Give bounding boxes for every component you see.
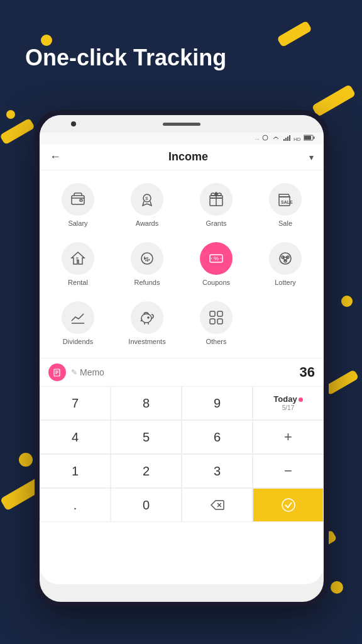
category-icon-sale: SALE [269, 183, 302, 216]
category-icon-awards: $ [131, 183, 163, 216]
today-date: 5/17 [282, 404, 294, 412]
category-icon-investments [131, 301, 163, 334]
category-label-salary: Salary [68, 219, 87, 227]
calc-button-3[interactable]: 3 [182, 454, 253, 488]
category-item-salary[interactable]: Salary [45, 177, 111, 233]
svg-rect-3 [287, 136, 288, 141]
phone-frame: ··· HD [35, 110, 329, 607]
svg-text:$: $ [145, 196, 148, 201]
svg-text:$: $ [146, 256, 149, 262]
calc-button--[interactable]: + [253, 420, 324, 454]
category-label-refunds: Refunds [134, 279, 160, 286]
svg-point-43 [282, 499, 295, 511]
category-icon-coupons: % [200, 242, 233, 275]
svg-rect-36 [217, 319, 222, 324]
phone-screen: ··· HD [40, 115, 324, 602]
app-header: ← Income ▾ [40, 144, 324, 170]
memo-input[interactable] [80, 367, 300, 377]
decoration-stripe-3 [0, 118, 35, 145]
svg-rect-4 [289, 135, 290, 141]
calc-button--[interactable]: − [253, 454, 324, 488]
calc-button-4[interactable]: 4 [40, 420, 111, 454]
app-content: ← Income ▾ Salary $ Awards Grants SALE S… [40, 144, 324, 584]
category-item-grants[interactable]: Grants [183, 177, 250, 233]
svg-text:$: $ [76, 257, 79, 261]
category-item-others[interactable]: Others [183, 295, 250, 352]
category-label-lottery: Lottery [275, 279, 296, 286]
svg-rect-1 [283, 139, 285, 141]
category-label-dividends: Dividends [63, 338, 93, 345]
calc-button-2[interactable]: 2 [111, 454, 182, 488]
category-icon-grants [200, 183, 233, 216]
svg-text:SALE: SALE [281, 200, 293, 204]
camera-dot [71, 121, 76, 126]
category-label-awards: Awards [136, 219, 158, 227]
screen-title: Income [67, 150, 309, 164]
category-label-others: Others [206, 338, 226, 345]
decoration-dot-2 [6, 110, 15, 119]
category-item-coupons[interactable]: % Coupons [183, 236, 250, 292]
calc-button-1[interactable]: 1 [40, 454, 111, 488]
category-item-refunds[interactable]: $ Refunds [114, 236, 180, 292]
calc-button--[interactable] [182, 488, 253, 522]
today-label: Today [273, 394, 302, 404]
calc-button-6[interactable]: 6 [182, 420, 253, 454]
svg-point-29 [141, 314, 151, 323]
back-button[interactable]: ← [50, 150, 61, 164]
amount-display: 36 [300, 364, 315, 380]
category-icon-rental: $ [62, 242, 94, 275]
category-icon-others [200, 301, 233, 334]
phone-top-bar [40, 115, 324, 133]
category-label-investments: Investments [128, 338, 165, 345]
category-item-lottery[interactable]: Lottery [252, 236, 319, 292]
category-label-rental: Rental [68, 279, 88, 286]
calc-button-Today[interactable]: Today5/17 [253, 386, 324, 420]
decoration-stripe-2 [312, 84, 356, 117]
category-item-rental[interactable]: $ Rental [45, 236, 111, 292]
svg-rect-35 [210, 319, 215, 324]
calc-button-7[interactable]: 7 [40, 386, 111, 420]
calculator: 789Today5/17456+123−.0 [40, 386, 324, 522]
svg-point-0 [263, 135, 268, 140]
category-item-investments[interactable]: Investments [114, 295, 180, 352]
calc-button-9[interactable]: 9 [182, 386, 253, 420]
svg-rect-6 [314, 136, 315, 139]
categories-grid: Salary $ Awards Grants SALE Sale $ Renta… [40, 170, 324, 358]
status-icons: ··· HD [255, 135, 315, 142]
status-bar: ··· HD [40, 133, 324, 144]
calc-button--[interactable] [253, 488, 324, 522]
svg-rect-9 [80, 199, 82, 201]
category-item-sale[interactable]: SALE Sale [252, 177, 319, 233]
dropdown-icon[interactable]: ▾ [309, 152, 314, 162]
category-label-coupons: Coupons [202, 279, 230, 286]
category-icon-salary [62, 183, 94, 216]
svg-rect-2 [285, 138, 287, 141]
category-icon-dividends [62, 301, 94, 334]
category-item-awards[interactable]: $ Awards [114, 177, 180, 233]
svg-rect-7 [304, 136, 311, 140]
decoration-stripe-6 [324, 369, 359, 395]
calc-button--[interactable]: . [40, 488, 111, 522]
decoration-stripe-1 [277, 20, 312, 47]
edit-icon: ✎ [71, 368, 77, 377]
decoration-dot-5 [331, 581, 343, 594]
decoration-dot-4 [341, 296, 353, 307]
memo-area: ✎ 36 [40, 358, 324, 386]
svg-rect-34 [217, 311, 222, 316]
memo-icon [48, 364, 66, 381]
page-heading: One-click Tracking [25, 44, 226, 71]
calc-button-5[interactable]: 5 [111, 420, 182, 454]
svg-point-32 [148, 317, 149, 318]
category-label-sale: Sale [278, 219, 292, 227]
category-item-dividends[interactable]: Dividends [45, 295, 111, 352]
svg-text:%: % [214, 255, 219, 262]
decoration-dot-3 [19, 453, 33, 467]
category-icon-refunds: $ [131, 242, 163, 275]
calc-button-0[interactable]: 0 [111, 488, 182, 522]
svg-rect-33 [210, 311, 215, 316]
category-icon-lottery [269, 242, 302, 275]
speaker-bar [163, 123, 200, 126]
category-label-grants: Grants [206, 219, 226, 227]
calc-button-8[interactable]: 8 [111, 386, 182, 420]
